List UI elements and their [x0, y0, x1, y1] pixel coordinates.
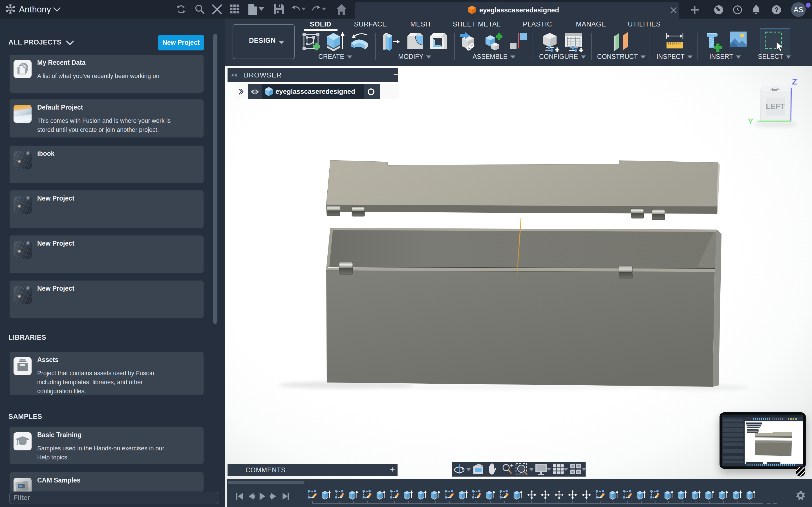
svg-text:LEFT: LEFT [766, 102, 785, 111]
svg-text:?: ? [774, 6, 778, 13]
svg-text:Y: Y [748, 117, 753, 126]
svg-text:Z: Z [792, 77, 797, 86]
